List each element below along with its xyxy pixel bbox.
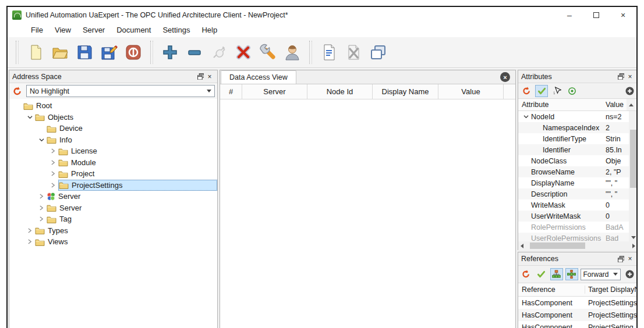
remove-all-servers-button[interactable]: [231, 41, 256, 64]
reference-type: HasComponent: [518, 323, 585, 328]
attribute-row[interactable]: RolePermissions BadA: [518, 222, 638, 233]
tree-item-module[interactable]: Module: [9, 157, 217, 169]
minus-icon: [185, 43, 204, 62]
check-icon: [537, 270, 546, 279]
remove-server-button[interactable]: [182, 41, 207, 64]
float-panel-button[interactable]: [196, 72, 205, 81]
attribute-row[interactable]: BrowseName 2, "P: [518, 166, 638, 177]
highlight-row: No Highlight: [9, 83, 217, 99]
minimize-button[interactable]: –: [556, 7, 583, 23]
attribute-row[interactable]: IdentifierType Strin: [518, 133, 638, 144]
add-attribute-button[interactable]: [623, 85, 636, 97]
cascade-windows-button[interactable]: [366, 41, 390, 64]
menu-help[interactable]: Help: [196, 24, 223, 36]
tree-item-project[interactable]: Project: [9, 168, 217, 180]
document-properties-button[interactable]: [317, 41, 341, 64]
reference-row[interactable]: HasComponent ProjectSettings: [518, 297, 638, 309]
scrollbar-thumb[interactable]: [530, 243, 585, 249]
tab-data-access-view[interactable]: Data Access View: [221, 70, 296, 84]
clear-document-button[interactable]: [341, 41, 366, 64]
tree-item-info[interactable]: Info: [9, 134, 217, 146]
column-value[interactable]: Value: [438, 84, 504, 99]
direction-combobox[interactable]: Forward: [581, 269, 621, 280]
float-panel-button[interactable]: [616, 254, 625, 263]
menu-view[interactable]: View: [49, 24, 77, 36]
scrollbar-thumb[interactable]: [630, 130, 636, 188]
reference-row[interactable]: HasComponent ProjectSetting: [518, 321, 638, 328]
new-document-icon: [26, 43, 45, 62]
tree-item-objects[interactable]: Objects: [9, 112, 217, 123]
close-panel-button[interactable]: ×: [205, 72, 214, 81]
column-node-id[interactable]: Node Id: [307, 84, 373, 99]
tree-item-tag[interactable]: Tag: [9, 213, 217, 225]
maximize-button[interactable]: [583, 7, 610, 23]
add-reference-button[interactable]: [623, 268, 636, 280]
attribute-row[interactable]: Description "", ": [518, 188, 638, 199]
highlight-combobox[interactable]: No Highlight: [26, 85, 215, 97]
rebrowse-button[interactable]: [12, 85, 23, 97]
show-checked-button[interactable]: [535, 85, 548, 97]
menu-server[interactable]: Server: [77, 24, 111, 36]
open-document-button[interactable]: [48, 41, 72, 64]
disconnect-button[interactable]: [121, 41, 146, 64]
new-document-button[interactable]: [23, 41, 48, 64]
show-checked-button[interactable]: [535, 268, 548, 280]
change-user-button[interactable]: [280, 41, 305, 64]
attribute-row[interactable]: UserWriteMask 0: [518, 211, 638, 222]
menu-file[interactable]: File: [25, 24, 49, 36]
tree-item-license[interactable]: License: [9, 145, 217, 157]
column-number[interactable]: #: [220, 84, 242, 99]
attribute-name: Description: [518, 190, 606, 198]
refresh-references-button[interactable]: [520, 268, 533, 280]
close-document-button[interactable]: ×: [500, 72, 510, 82]
tree-item-types[interactable]: Types: [9, 225, 217, 237]
close-button[interactable]: ×: [610, 7, 636, 23]
attribute-row[interactable]: NamespaceIndex 2: [518, 122, 638, 133]
column-value[interactable]: Value: [606, 99, 627, 110]
network-view-button[interactable]: [565, 268, 578, 280]
column-server[interactable]: Server: [242, 84, 307, 99]
tree-item-server-folder[interactable]: Server: [9, 202, 217, 214]
scroll-left-button[interactable]: [521, 244, 523, 248]
horizontal-scrollbar[interactable]: [518, 241, 638, 250]
scroll-right-button[interactable]: [632, 244, 635, 248]
tree-item-server-object[interactable]: Server: [9, 191, 217, 202]
tree-item-device[interactable]: Device: [9, 123, 217, 134]
attribute-row[interactable]: DisplayName "", ": [518, 177, 638, 188]
tree-item-projectsettings[interactable]: ProjectSettings: [9, 180, 217, 191]
attribute-value: ns=2: [606, 113, 627, 121]
scroll-up-button[interactable]: [627, 99, 635, 110]
menu-settings[interactable]: Settings: [157, 24, 196, 36]
vertical-scrollbar[interactable]: [629, 111, 638, 241]
auto-update-button[interactable]: [565, 85, 578, 97]
close-panel-button[interactable]: ×: [625, 254, 635, 263]
attribute-row[interactable]: Identifier 85.In: [518, 144, 638, 155]
title-bar: Unified Automation UaExpert - The OPC Un…: [8, 7, 636, 23]
column-display-name[interactable]: Display Name: [373, 84, 438, 99]
tree-item-views[interactable]: Views: [9, 236, 217, 248]
attribute-row[interactable]: NodeClass Obje: [518, 155, 638, 166]
attribute-value: 2, "P: [606, 168, 627, 176]
attribute-row[interactable]: WriteMask 0: [518, 199, 638, 211]
refresh-attributes-button[interactable]: [520, 85, 533, 97]
attribute-row[interactable]: UserRolePermissions Bad: [518, 233, 638, 241]
reference-row[interactable]: HasComponent ProjectSettings: [518, 309, 638, 321]
column-target-display-name[interactable]: Target DisplayN: [585, 286, 638, 294]
attribute-selection-button[interactable]: [550, 85, 563, 97]
float-panel-button[interactable]: [616, 72, 625, 81]
attribute-row-nodeid[interactable]: NodeId ns=2: [518, 111, 638, 122]
attribute-value: "", ": [606, 179, 627, 187]
menu-document[interactable]: Document: [111, 24, 157, 36]
attribute-value: Obje: [606, 157, 627, 165]
scroll-down-button[interactable]: [629, 233, 638, 241]
connect-server-button[interactable]: [207, 41, 231, 64]
column-attribute[interactable]: Attribute: [518, 99, 606, 110]
tree-item-root[interactable]: Root: [9, 100, 217, 112]
save-document-button[interactable]: [72, 41, 97, 64]
server-settings-button[interactable]: [256, 41, 280, 64]
column-reference[interactable]: Reference: [518, 286, 585, 294]
save-document-as-button[interactable]: [97, 41, 121, 64]
hierarchy-view-button[interactable]: [550, 268, 563, 280]
close-panel-button[interactable]: ×: [625, 72, 635, 81]
add-server-button[interactable]: [158, 41, 182, 64]
